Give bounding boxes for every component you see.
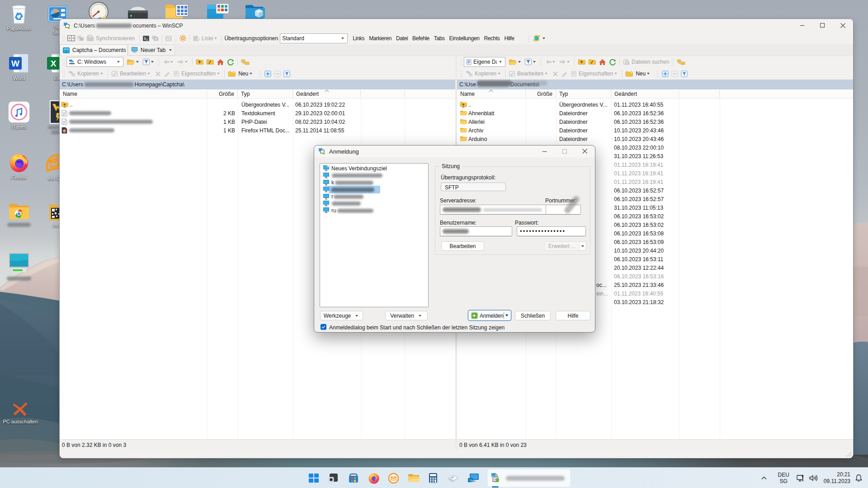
- svg-text:X: X: [51, 59, 57, 68]
- svg-text:W: W: [11, 59, 19, 68]
